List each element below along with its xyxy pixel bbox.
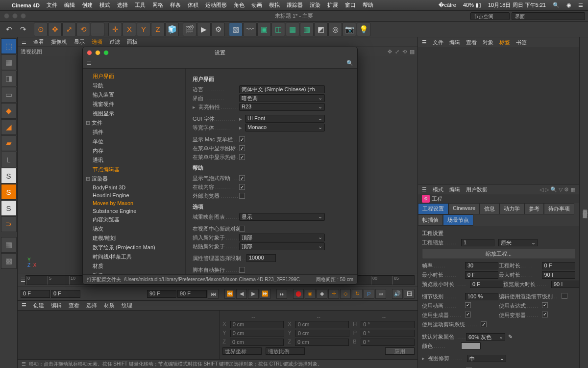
prefs-tree-item[interactable]: 文件 bbox=[83, 118, 185, 128]
poly-mode-button[interactable]: ▰ bbox=[1, 135, 17, 151]
pos-y-field[interactable]: 0 cm bbox=[230, 330, 284, 337]
range-end-field[interactable]: 90 F bbox=[147, 290, 176, 298]
control-center-icon[interactable]: ☰ bbox=[578, 2, 583, 8]
attr-limit-field[interactable]: 10000 bbox=[246, 254, 276, 262]
prefs-tree-item[interactable]: 数字绘景 (Projection Man) bbox=[83, 243, 185, 252]
current-frame-field[interactable]: 0 F bbox=[51, 290, 80, 298]
total-frames-field[interactable]: 90 F bbox=[177, 290, 207, 298]
max-time-field[interactable]: 90 I bbox=[542, 271, 575, 279]
coord-system-button[interactable]: 🧊 bbox=[165, 23, 179, 36]
dialog-search-icon[interactable]: 🔍 bbox=[346, 60, 353, 66]
axis-x-lock[interactable]: X bbox=[122, 23, 136, 36]
menu-edit[interactable]: 编辑 bbox=[64, 1, 75, 9]
size-z-field[interactable]: 0 cm bbox=[295, 339, 349, 346]
sound-button[interactable]: 🔊 bbox=[392, 289, 403, 299]
online-content-checkbox[interactable]: ✓ bbox=[239, 184, 245, 190]
menu-render[interactable]: 渲染 bbox=[310, 1, 320, 9]
texture-mode-button[interactable]: ◨ bbox=[1, 71, 17, 86]
siri-icon[interactable]: ◉ bbox=[566, 2, 571, 8]
spline-button[interactable]: 〰 bbox=[243, 23, 257, 36]
right-sidebar-tabs[interactable]: 内容浏览器 对象管理器 bbox=[579, 37, 588, 368]
am-nav-icons[interactable]: ◁ ▷ 🔍 ▽ ⚙ ▦ bbox=[539, 186, 575, 193]
prefs-tree-item[interactable]: 材质 bbox=[83, 262, 185, 271]
axis-center-tool[interactable]: ✛ bbox=[108, 23, 122, 36]
prefs-tree[interactable]: 用户界面导航输入装置视窗硬件视图显示文件插件单位内存通讯节点编辑器渲染器Body… bbox=[83, 69, 186, 274]
view-tab-camera[interactable]: 摄像机 bbox=[51, 38, 67, 46]
vp-rotate-icon[interactable]: ⟲ bbox=[402, 49, 407, 55]
menu-extensions[interactable]: 扩展 bbox=[327, 1, 338, 9]
dialog-zoom-button[interactable] bbox=[103, 50, 109, 55]
cube-primitive-button[interactable]: ▧ bbox=[229, 23, 243, 36]
prefs-tree-item[interactable]: Houdini Engine bbox=[83, 191, 185, 199]
pos-x-field[interactable]: 0 cm bbox=[230, 321, 284, 328]
center-new-checkbox[interactable] bbox=[239, 226, 245, 232]
mat-tab-edit[interactable]: 编辑 bbox=[51, 302, 62, 309]
project-scale-unit[interactable]: 厘米 bbox=[498, 239, 538, 246]
record-button[interactable]: ⬤ bbox=[293, 289, 304, 299]
range-start-field[interactable]: 0 F bbox=[21, 290, 50, 298]
attr-tab-scenenodes[interactable]: 场景节点 bbox=[443, 214, 473, 226]
last-tool[interactable] bbox=[91, 23, 104, 36]
deformer-button[interactable]: ◩ bbox=[314, 23, 328, 36]
object-manager-panel[interactable] bbox=[418, 47, 579, 184]
am-tab-mode[interactable]: 模式 bbox=[433, 186, 443, 193]
key-rot-button[interactable]: ↻ bbox=[352, 289, 363, 299]
mat-tab-select[interactable]: 选择 bbox=[86, 302, 97, 309]
menu-create[interactable]: 创建 bbox=[82, 1, 93, 9]
om-tab-view[interactable]: 查看 bbox=[466, 39, 477, 46]
mat-tab-texture[interactable]: 纹理 bbox=[122, 302, 132, 309]
hamburger-icon[interactable]: ☰ bbox=[22, 39, 26, 45]
prev-key-button[interactable]: ⏪ bbox=[224, 289, 235, 299]
am-hamburger-icon[interactable]: ☰ bbox=[422, 186, 427, 193]
s-mode-1-button[interactable]: S bbox=[1, 168, 17, 184]
material-manager-panel[interactable] bbox=[18, 311, 220, 359]
mat-hamburger-icon[interactable]: ☰ bbox=[22, 302, 26, 309]
open-prefs-folder-link[interactable]: 打开配置文件夹 bbox=[87, 276, 121, 283]
size-y-field[interactable]: 0 cm bbox=[295, 330, 349, 337]
prefs-tree-item[interactable]: 毛发 bbox=[83, 271, 185, 274]
menu-mode[interactable]: 模式 bbox=[99, 1, 110, 9]
lod-field[interactable]: 100 % bbox=[465, 293, 498, 300]
attr-tab-todo[interactable]: 待办事项 bbox=[544, 203, 574, 214]
insert-new-select[interactable]: 顶部 bbox=[239, 234, 325, 241]
apply-button[interactable]: 应用 bbox=[385, 347, 415, 355]
menu-icons-checkbox[interactable]: ✓ bbox=[239, 145, 245, 151]
om-hamburger-icon[interactable]: ☰ bbox=[422, 39, 427, 46]
light-button[interactable]: 💡 bbox=[357, 23, 370, 36]
axis-y-lock[interactable]: Y bbox=[137, 23, 150, 36]
use-gen-checkbox[interactable] bbox=[465, 312, 471, 317]
key-scl-button[interactable]: ◇ bbox=[340, 289, 351, 299]
bubble-help-checkbox[interactable]: ✓ bbox=[239, 175, 245, 181]
key-param-button[interactable]: P bbox=[364, 289, 374, 299]
key-pos-button[interactable]: ✛ bbox=[328, 289, 339, 299]
window-close-button[interactable] bbox=[4, 13, 9, 19]
prefs-tree-item[interactable]: 视窗硬件 bbox=[83, 100, 185, 109]
attr-tab-project[interactable]: 工程设置 bbox=[418, 203, 448, 214]
next-key-button[interactable]: ⏩ bbox=[260, 289, 270, 299]
prefs-tree-item[interactable]: 插件 bbox=[83, 128, 185, 137]
use-expr-checkbox[interactable] bbox=[542, 302, 548, 308]
menu-help[interactable]: 帮助 bbox=[363, 1, 373, 9]
paste-new-select[interactable]: 顶部 bbox=[239, 242, 325, 250]
wifi-icon[interactable]: �către bbox=[439, 2, 456, 8]
menu-hotkeys-checkbox[interactable]: ✓ bbox=[239, 154, 245, 160]
project-scale-field[interactable]: 1 bbox=[461, 239, 494, 246]
view-tab-display[interactable]: 显示 bbox=[74, 38, 85, 46]
axis-z-lock[interactable]: Z bbox=[151, 23, 165, 36]
timeline-hamburger-icon[interactable]: ☰ bbox=[21, 277, 25, 283]
pos-z-field[interactable]: 0 cm bbox=[230, 339, 284, 346]
attr-tab-info[interactable]: 信息 bbox=[480, 203, 499, 214]
view-tab-filter[interactable]: 过滤 bbox=[109, 38, 120, 46]
prefs-tree-item[interactable]: 通讯 bbox=[83, 156, 185, 165]
view-clip-select[interactable]: 中 bbox=[467, 355, 506, 362]
duration-field[interactable]: 0 F bbox=[542, 262, 575, 269]
mat-tab-create[interactable]: 创建 bbox=[33, 302, 44, 309]
remap-select[interactable]: 显示 bbox=[239, 213, 325, 221]
prefs-tree-item[interactable]: Substance Engine bbox=[83, 207, 185, 215]
min-time-field[interactable]: 0 F bbox=[465, 271, 498, 279]
menu-mesh[interactable]: 网格 bbox=[152, 1, 163, 9]
use-anim-checkbox[interactable] bbox=[465, 302, 471, 308]
am-tab-edit[interactable]: 编辑 bbox=[449, 186, 460, 193]
vp-zoom-icon[interactable]: ⤢ bbox=[395, 49, 399, 55]
anim-mode-button[interactable]: 🎞 bbox=[404, 289, 415, 299]
